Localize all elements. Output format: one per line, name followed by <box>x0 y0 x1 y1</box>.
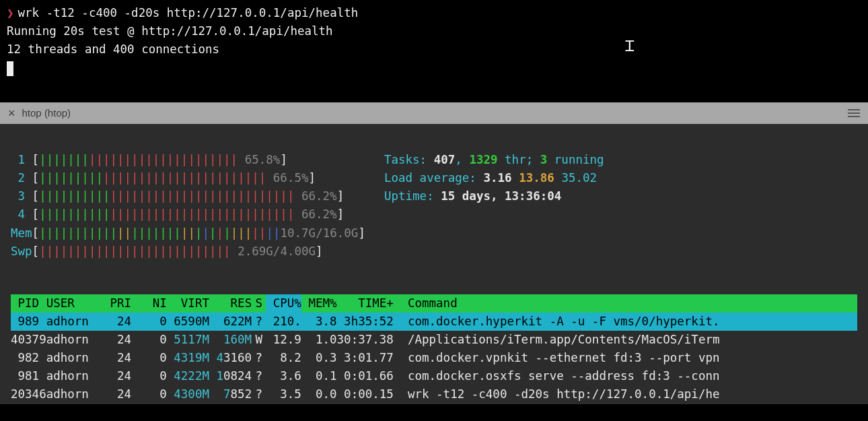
tab-bar: × htop (htop) <box>0 102 868 124</box>
load5: 13.86 <box>519 171 554 185</box>
sys-info: Tasks: 407, 1329 thr; 3 running Load ave… <box>384 151 604 261</box>
command-text: wrk -t12 -c400 -d20s http://127.0.0.1/ap… <box>18 6 359 20</box>
running-count: 3 <box>540 153 548 166</box>
process-row[interactable]: 981adhorn2404222M10824?3.60.10:01.66com.… <box>11 367 857 385</box>
cursor-block <box>7 61 13 76</box>
hamburger-icon[interactable] <box>848 109 860 117</box>
mem-meter: Mem[||||||||||||||||||||||||||||||||||10… <box>11 224 365 242</box>
col-time[interactable]: TIME+ <box>337 294 401 313</box>
process-row[interactable]: 982adhorn2404319M43160?8.20.33:01.77com.… <box>11 349 857 367</box>
shell-prompt: ❯ <box>7 6 18 20</box>
cpu-mem-meters: 1[|||||||||||||||||||||||||||| 65.8%]2[|… <box>11 151 365 261</box>
uptime-label: Uptime: <box>384 189 441 203</box>
load15: 35.02 <box>561 171 597 185</box>
command-line: ❯wrk -t12 -c400 -d20s http://127.0.0.1/a… <box>7 4 861 22</box>
process-row[interactable]: 20346adhorn2404300M7852?3.50.00:00.15wrk… <box>11 385 857 403</box>
col-ni[interactable]: NI <box>131 294 167 313</box>
col-virt[interactable]: VIRT <box>167 294 209 313</box>
col-pid[interactable]: PID <box>11 294 46 313</box>
tasks-count: 407 <box>434 153 456 166</box>
col-cpu[interactable]: CPU% <box>266 294 301 313</box>
col-user[interactable]: USER <box>46 294 103 313</box>
loadavg-label: Load average: <box>384 171 484 185</box>
process-table-header[interactable]: PID USER PRI NI VIRT RES S CPU% MEM% TIM… <box>11 294 857 313</box>
cpu-meter-2: 2[|||||||||||||||||||||||||||||||| 66.5%… <box>11 169 365 187</box>
tab-title[interactable]: htop (htop) <box>22 105 71 121</box>
cpu-meter-1: 1[|||||||||||||||||||||||||||| 65.8%] <box>11 151 365 169</box>
load1: 3.16 <box>483 171 511 185</box>
cpu-meter-3: 3[|||||||||||||||||||||||||||||||||||| 6… <box>11 187 365 205</box>
close-tab-icon[interactable]: × <box>8 107 15 119</box>
col-res[interactable]: RES <box>209 294 252 313</box>
tasks-label: Tasks: <box>384 153 434 166</box>
process-table[interactable]: 989adhorn2406590M622M?210.3.83h35:52com.… <box>11 313 857 404</box>
process-row[interactable]: 989adhorn2406590M622M?210.3.83h35:52com.… <box>11 313 857 331</box>
col-s[interactable]: S <box>252 294 266 313</box>
thread-count: 1329 <box>469 153 497 166</box>
output-line: Running 20s test @ http://127.0.0.1/api/… <box>7 22 861 40</box>
swap-meter: Swp[||||||||||||||||||||||||||| 2.69G/4.… <box>11 242 365 261</box>
process-row[interactable]: 40379adhorn2405117M160MW12.91.030:37.38/… <box>11 331 857 349</box>
uptime-value: 15 days, 13:36:04 <box>441 189 561 203</box>
cpu-meter-4: 4[|||||||||||||||||||||||||||||||||||| 6… <box>11 205 365 224</box>
htop-pane[interactable]: 1[|||||||||||||||||||||||||||| 65.8%]2[|… <box>0 124 868 404</box>
col-cmd[interactable]: Command <box>400 294 857 313</box>
terminal-top-pane[interactable]: ❯wrk -t12 -c400 -d20s http://127.0.0.1/a… <box>0 0 868 102</box>
col-pri[interactable]: PRI <box>103 294 131 313</box>
meters-area: 1[|||||||||||||||||||||||||||| 65.8%]2[|… <box>11 151 857 261</box>
output-line: 12 threads and 400 connections <box>7 40 861 59</box>
col-mem[interactable]: MEM% <box>301 294 337 313</box>
